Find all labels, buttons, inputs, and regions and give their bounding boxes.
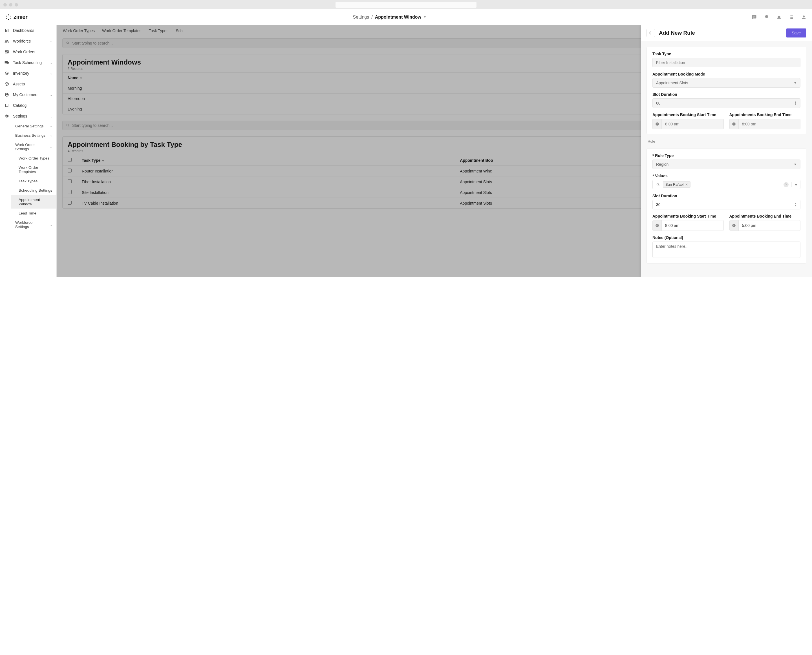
nav-sub-work-order-templates[interactable]: Work Order Templates xyxy=(11,163,56,177)
start-time-input[interactable]: 8:00 am xyxy=(652,118,724,129)
nav-inventory[interactable]: Inventory ⌄ xyxy=(0,68,56,78)
gear-icon xyxy=(4,113,9,119)
maximize-window[interactable] xyxy=(15,3,18,6)
nav-workforce-settings[interactable]: Workforce Settings ⌄ xyxy=(11,218,56,231)
slot-duration-label: Slot Duration xyxy=(652,92,800,97)
chat-icon[interactable] xyxy=(752,15,757,20)
main-content: Work Order Types Work Order Templates Ta… xyxy=(57,25,812,277)
nav-label: My Customers xyxy=(13,92,39,97)
nav-catalog[interactable]: Catalog xyxy=(0,100,56,111)
breadcrumb-root[interactable]: Settings xyxy=(353,15,369,20)
nav-workforce[interactable]: Workforce ⌄ xyxy=(0,36,56,46)
nav-label: Task Scheduling xyxy=(13,60,42,65)
box-icon xyxy=(4,71,9,76)
task-type-input[interactable]: Fiber Installation xyxy=(652,58,800,68)
back-button[interactable] xyxy=(647,29,655,37)
booking-mode-select[interactable]: Appointment Slots▼ xyxy=(652,78,800,88)
nav-label: Lead Time xyxy=(18,211,36,215)
notes-textarea[interactable] xyxy=(652,241,800,258)
truck-icon xyxy=(4,60,9,65)
slot-duration-input[interactable]: 60▲▼ xyxy=(652,98,800,108)
rule-start-time-input[interactable]: 8:00 am xyxy=(652,220,724,231)
chevron-up-icon: ⌃ xyxy=(50,114,52,118)
apps-icon[interactable] xyxy=(789,15,794,20)
nav-settings[interactable]: Settings ⌃ xyxy=(0,111,56,121)
rule-end-time-input[interactable]: 5:00 pm xyxy=(729,220,801,231)
breadcrumb-current: Appointment Window xyxy=(375,15,421,20)
panel-header: Add New Rule Save xyxy=(641,25,812,41)
nav-task-scheduling[interactable]: Task Scheduling ⌄ xyxy=(0,57,56,68)
nav-label: Work Order Templates xyxy=(18,165,52,174)
nav-label: Work Order Settings xyxy=(15,143,46,151)
clock-icon xyxy=(653,119,662,129)
clock-icon xyxy=(730,220,739,231)
nav-label: Settings xyxy=(13,114,27,118)
chevron-down-icon: ⌄ xyxy=(50,61,52,65)
url-bar[interactable] xyxy=(336,2,476,8)
breadcrumb-dropdown-icon[interactable]: ▼ xyxy=(424,15,426,18)
task-type-label: Task Type xyxy=(652,52,800,56)
window-controls xyxy=(3,3,18,6)
nav-label: Scheduling Settings xyxy=(18,188,52,192)
nav-label: Task Types xyxy=(18,179,37,183)
values-label: * Values xyxy=(652,174,800,178)
id-card-icon xyxy=(4,49,9,55)
nav-general-settings[interactable]: General Settings ⌄ xyxy=(11,121,56,131)
bell-icon[interactable] xyxy=(777,15,781,20)
brand-logo[interactable]: zinier xyxy=(6,14,27,20)
book-icon xyxy=(4,103,9,108)
rule-slot-input[interactable]: 30▲▼ xyxy=(652,200,800,209)
save-button[interactable]: Save xyxy=(786,28,806,37)
nav-label: Business Settings xyxy=(15,133,45,138)
rule-end-label: Appointments Booking End Time xyxy=(729,214,801,218)
minimize-window[interactable] xyxy=(9,3,12,6)
nav-sub-lead-time[interactable]: Lead Time xyxy=(11,209,56,218)
stepper-icon[interactable]: ▲▼ xyxy=(794,203,797,207)
panel-title: Add New Rule xyxy=(659,30,695,36)
close-window[interactable] xyxy=(3,3,7,6)
chevron-down-icon: ▼ xyxy=(794,81,797,85)
add-rule-panel: Add New Rule Save Task Type Fiber Instal… xyxy=(641,25,812,277)
breadcrumb: Settings / Appointment Window ▼ xyxy=(353,15,426,20)
svg-point-5 xyxy=(6,15,7,16)
clock-icon xyxy=(730,119,739,129)
chevron-down-icon: ⌄ xyxy=(50,124,52,128)
nav-sub-work-order-types[interactable]: Work Order Types xyxy=(11,154,56,163)
chevron-down-icon: ▼ xyxy=(794,163,797,166)
value-tag: San Rafael ✕ xyxy=(663,181,690,188)
chevron-down-icon: ⌄ xyxy=(50,40,52,43)
nav-dashboards[interactable]: Dashboards xyxy=(0,25,56,36)
tips-icon[interactable] xyxy=(764,15,769,20)
nav-assets[interactable]: Assets xyxy=(0,78,56,89)
rule-section-label: Rule xyxy=(647,139,806,143)
values-multiselect[interactable]: San Rafael ✕ ✕ ▼ xyxy=(652,180,800,189)
profile-icon[interactable] xyxy=(801,15,806,20)
start-time-label: Appointments Booking Start Time xyxy=(652,112,724,117)
task-config-card: Task Type Fiber Installation Appointment… xyxy=(647,47,806,134)
booking-mode-label: Appointment Booking Mode xyxy=(652,72,800,76)
svg-point-0 xyxy=(8,14,9,15)
rule-type-select[interactable]: Region▼ xyxy=(652,160,800,169)
nav-label: Workforce Settings xyxy=(15,220,46,229)
rule-type-label: * Rule Type xyxy=(652,153,800,158)
end-time-input[interactable]: 8:00 pm xyxy=(729,118,801,129)
chevron-down-icon: ⌄ xyxy=(50,72,52,75)
nav-work-orders[interactable]: Work Orders xyxy=(0,46,56,57)
nav-work-order-settings[interactable]: Work Order Settings ⌃ xyxy=(11,140,56,154)
nav-label: Work Orders xyxy=(13,49,35,54)
svg-point-3 xyxy=(8,19,9,20)
nav-my-customers[interactable]: My Customers ⌄ xyxy=(0,89,56,100)
chevron-down-icon[interactable]: ▼ xyxy=(791,182,798,187)
nav-label: Inventory xyxy=(13,71,29,75)
clear-all-icon[interactable]: ✕ xyxy=(784,182,789,187)
stepper-icon[interactable]: ▲▼ xyxy=(794,101,797,105)
nav-sub-scheduling-settings[interactable]: Scheduling Settings xyxy=(11,186,56,195)
remove-tag-icon[interactable]: ✕ xyxy=(685,183,688,187)
rule-start-label: Appointments Booking Start Time xyxy=(652,214,724,218)
rule-slot-label: Slot Duration xyxy=(652,194,800,198)
nav-business-settings[interactable]: Business Settings ⌄ xyxy=(11,131,56,140)
svg-point-2 xyxy=(11,18,11,18)
nav-sub-appointment-window[interactable]: Appointment Window xyxy=(11,195,56,209)
chevron-down-icon: ⌄ xyxy=(50,93,52,97)
nav-sub-task-types[interactable]: Task Types xyxy=(11,177,56,186)
